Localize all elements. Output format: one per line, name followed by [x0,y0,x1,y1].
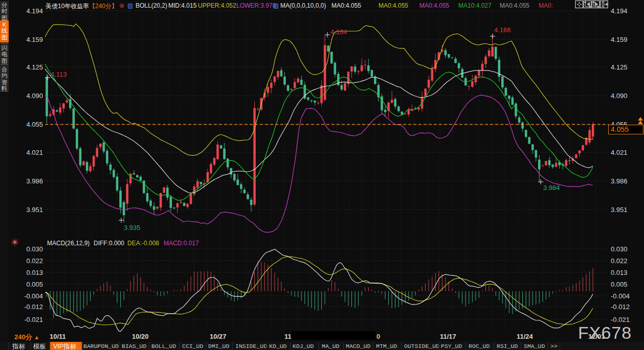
svg-text:3.984: 3.984 [543,184,560,192]
svg-text:4.164: 4.164 [330,28,347,36]
svg-text:4.166: 4.166 [494,26,511,34]
svg-text:4.113: 4.113 [51,71,67,78]
svg-text:3.935: 3.935 [124,224,141,231]
